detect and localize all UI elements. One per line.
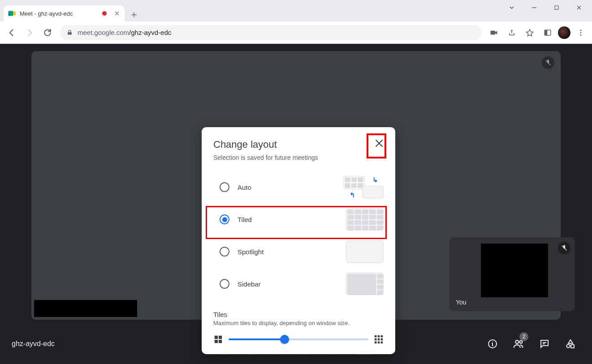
svg-point-26	[567, 345, 570, 348]
meeting-code: ghz-ayvd-edc	[12, 340, 55, 348]
radio-icon	[220, 182, 229, 192]
svg-marker-8	[495, 31, 497, 34]
svg-rect-34	[381, 335, 383, 338]
tiles-heading: Tiles	[213, 311, 384, 318]
layout-option-spotlight[interactable]: Spotlight	[213, 236, 384, 267]
meet-favicon	[8, 9, 16, 17]
svg-point-11	[580, 30, 582, 31]
url-path: /ghz-ayvd-edc	[129, 29, 171, 36]
layout-preview-sidebar-icon	[346, 273, 384, 295]
activities-button[interactable]	[561, 334, 580, 354]
nav-forward-button[interactable]	[22, 25, 38, 41]
mic-muted-icon	[542, 56, 554, 69]
tiles-slider[interactable]	[229, 338, 368, 340]
chat-button[interactable]	[535, 334, 554, 354]
radio-icon	[220, 214, 229, 224]
tiles-few-icon	[213, 334, 223, 344]
svg-marker-4	[13, 11, 15, 16]
tab-close-button[interactable]	[114, 10, 120, 17]
self-video-redacted	[481, 244, 548, 297]
dialog-subtitle: Selection is saved for future meetings	[213, 154, 384, 161]
layout-preview-auto-icon: ↳ ↰	[343, 176, 384, 198]
meet-area: You ghz-ayvd-edc CC 2 Change layout Sele…	[0, 44, 592, 364]
svg-marker-25	[568, 340, 573, 343]
mic-muted-icon	[558, 242, 570, 254]
address-bar[interactable]: meet.google.com/ghz-ayvd-edc	[60, 25, 482, 40]
svg-point-13	[580, 34, 582, 35]
layout-option-sidebar[interactable]: Sidebar	[213, 269, 384, 299]
meeting-details-button[interactable]	[483, 334, 502, 354]
option-label: Auto	[238, 184, 251, 191]
share-icon[interactable]	[504, 25, 519, 40]
radio-icon	[220, 279, 229, 289]
tiles-many-icon	[374, 334, 384, 344]
meet-right-controls: 2	[483, 334, 580, 354]
option-label: Sidebar	[238, 280, 261, 288]
sidepanel-icon[interactable]	[540, 25, 555, 40]
svg-rect-38	[375, 342, 377, 344]
layout-preview-tiled-icon	[346, 208, 384, 231]
browser-tab[interactable]: Meet - ghz-ayvd-edc	[4, 5, 125, 21]
browser-toolbar: meet.google.com/ghz-ayvd-edc	[0, 21, 592, 44]
bookmark-star-icon[interactable]	[522, 25, 537, 40]
svg-rect-37	[381, 338, 383, 341]
window-close-button[interactable]	[569, 1, 589, 14]
browser-menu-button[interactable]	[573, 25, 588, 40]
layout-option-tiled[interactable]: Tiled	[213, 204, 384, 235]
participants-count-badge: 2	[519, 332, 528, 341]
svg-point-24	[519, 341, 522, 343]
svg-rect-33	[378, 335, 380, 338]
svg-rect-40	[381, 342, 383, 344]
nav-reload-button[interactable]	[39, 25, 56, 41]
change-layout-dialog: Change layout Selection is saved for fut…	[202, 127, 395, 354]
layout-preview-spotlight-icon	[346, 240, 384, 263]
svg-rect-6	[68, 32, 72, 35]
svg-rect-27	[571, 345, 574, 348]
svg-rect-32	[375, 335, 377, 338]
svg-rect-36	[378, 338, 380, 341]
participant-name-redacted	[34, 300, 137, 317]
window-maximize-button[interactable]	[546, 1, 567, 14]
svg-rect-30	[215, 340, 218, 343]
svg-rect-35	[375, 338, 377, 341]
layout-option-auto[interactable]: Auto ↳ ↰	[213, 172, 384, 202]
svg-point-12	[580, 32, 582, 33]
self-video-tile[interactable]: You	[449, 237, 575, 311]
dialog-close-button[interactable]	[369, 133, 389, 153]
svg-rect-28	[215, 336, 218, 339]
window-controls	[501, 1, 589, 14]
tabsearch-icon[interactable]	[501, 1, 522, 14]
window-minimize-button[interactable]	[524, 1, 544, 14]
svg-rect-7	[491, 30, 496, 34]
option-label: Spotlight	[238, 248, 264, 256]
new-tab-button[interactable]	[127, 8, 141, 21]
participants-button[interactable]: 2	[509, 334, 528, 354]
svg-rect-31	[219, 340, 222, 343]
radio-icon	[220, 247, 229, 257]
svg-rect-39	[378, 342, 380, 344]
svg-rect-5	[555, 6, 558, 9]
tab-title: Meet - ghz-ayvd-edc	[20, 10, 73, 17]
option-label: Tiled	[238, 216, 252, 223]
self-label: You	[456, 299, 467, 306]
slider-thumb[interactable]	[280, 335, 289, 344]
svg-rect-3	[10, 11, 13, 16]
nav-back-button[interactable]	[4, 25, 20, 41]
url-host: meet.google.com	[78, 29, 129, 36]
dialog-title: Change layout	[213, 139, 384, 150]
profile-avatar[interactable]	[558, 26, 570, 39]
camera-icon[interactable]	[486, 25, 501, 40]
recording-indicator-icon	[102, 11, 107, 16]
svg-rect-10	[544, 30, 547, 35]
tiles-description: Maximum tiles to display, depending on w…	[213, 320, 384, 326]
svg-point-23	[515, 340, 519, 343]
lock-icon	[66, 29, 73, 36]
svg-rect-29	[219, 336, 222, 339]
